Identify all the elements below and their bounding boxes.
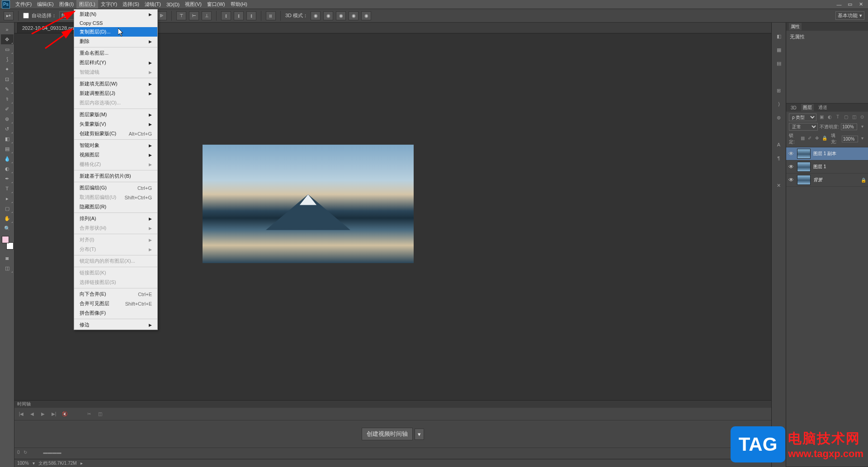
paths-panel-icon[interactable]: ✕ (774, 181, 783, 190)
blur-tool[interactable]: 💧 (1, 154, 14, 164)
menu-vector-mask[interactable]: 矢量蒙版(V)▶ (74, 119, 157, 129)
lock-image-icon[interactable]: ✐ (807, 136, 812, 142)
layer-item[interactable]: 👁 图层 1 副本 (786, 147, 868, 160)
3d-icon[interactable]: ◉ (336, 11, 346, 20)
menu-new-layer-based-slice[interactable]: 新建基于图层的切片(B) (74, 171, 157, 181)
color-swatches[interactable] (2, 236, 13, 247)
layer-thumbnail[interactable] (797, 175, 811, 185)
distribute-icon[interactable]: ⫿ (221, 11, 231, 20)
menu-edit[interactable]: 编辑(E) (34, 0, 57, 9)
lock-position-icon[interactable]: ✥ (814, 136, 820, 142)
align-top-icon[interactable]: ⊤ (176, 11, 186, 20)
distribute-icon[interactable]: ⫿ (234, 11, 244, 20)
menu-matting[interactable]: 修边▶ (74, 320, 157, 330)
opacity-input[interactable] (841, 123, 857, 130)
visibility-icon[interactable]: 👁 (788, 151, 794, 157)
layer-filter-type[interactable]: ρ 类型 (789, 113, 816, 121)
layer-name[interactable]: 图层 1 (813, 164, 866, 170)
menu-3d[interactable]: 3D(D) (164, 1, 182, 8)
filter-shape-icon[interactable]: ▢ (843, 114, 849, 121)
channels-tab[interactable]: 通道 (816, 104, 829, 111)
menu-video-layers[interactable]: 视频图层▶ (74, 150, 157, 160)
zoom-level[interactable]: 100% (17, 461, 29, 466)
align-bottom-icon[interactable]: ⊥ (202, 11, 212, 20)
tool-collapse[interactable]: » (1, 24, 14, 34)
menu-group-layers[interactable]: 图层编组(G)Ctrl+G (74, 183, 157, 193)
quick-mask-tool[interactable]: ◙ (1, 253, 14, 263)
lock-all-icon[interactable]: 🔒 (822, 136, 827, 142)
prev-frame-icon[interactable]: ◀ (29, 411, 35, 416)
chevron-down-icon[interactable]: ▾ (859, 124, 865, 130)
layer-name[interactable]: 图层 1 副本 (813, 151, 866, 157)
menu-filter[interactable]: 滤镜(T) (142, 0, 164, 9)
menu-new-adjustment-layer[interactable]: 新建调整图层(J)▶ (74, 89, 157, 98)
properties-tab[interactable]: 属性 (789, 23, 802, 30)
menu-layer-style[interactable]: 图层样式(Y)▶ (74, 58, 157, 67)
menu-flatten-image[interactable]: 拼合图像(F) (74, 308, 157, 318)
hand-tool[interactable]: ✋ (1, 213, 14, 223)
filter-pixel-icon[interactable]: ▣ (818, 114, 825, 121)
character-panel-icon[interactable]: A (774, 140, 783, 149)
menu-help[interactable]: 帮助(H) (228, 0, 250, 9)
align-middle-icon[interactable]: ⊢ (189, 11, 199, 20)
mute-icon[interactable]: 🔇 (61, 411, 68, 416)
menu-create-clipping-mask[interactable]: 创建剪贴蒙版(C)Alt+Ctrl+G (74, 129, 157, 138)
blend-mode-dropdown[interactable]: 正常 (789, 123, 818, 131)
3d-icon[interactable]: ◉ (349, 11, 359, 20)
restore-button[interactable]: ▭ (844, 1, 855, 8)
menu-view[interactable]: 视图(V) (182, 0, 204, 9)
align-right-icon[interactable]: ⫸ (157, 11, 167, 20)
layer-item[interactable]: 👁 图层 1 (786, 160, 868, 174)
menu-file[interactable]: 文件(F) (13, 0, 34, 9)
lasso-tool[interactable]: ⟆ (1, 54, 14, 64)
menu-copy-css[interactable]: Copy CSS (74, 19, 157, 27)
visibility-icon[interactable]: 👁 (788, 177, 794, 183)
path-selection-tool[interactable]: ▸ (1, 193, 14, 203)
foreground-color[interactable] (2, 236, 9, 243)
brushes-panel-icon[interactable]: ⟩ (774, 99, 783, 108)
menu-select[interactable]: 选择(S) (120, 0, 142, 9)
spot-healing-tool[interactable]: ⚕ (1, 94, 14, 104)
filter-smart-icon[interactable]: ◫ (851, 114, 857, 121)
layer-thumbnail[interactable] (797, 149, 811, 159)
3d-icon[interactable]: ◉ (323, 11, 333, 20)
filter-type-icon[interactable]: T (835, 114, 841, 121)
menu-smart-objects[interactable]: 智能对象▶ (74, 141, 157, 150)
history-brush-tool[interactable]: ↺ (1, 124, 14, 134)
magic-wand-tool[interactable]: ✦ (1, 64, 14, 74)
menu-new-fill-layer[interactable]: 新建填充图层(W)▶ (74, 79, 157, 89)
menu-merge-visible[interactable]: 合并可见图层Shift+Ctrl+E (74, 299, 157, 308)
layer-item[interactable]: 👁 背景 🔒 (786, 174, 868, 187)
minimize-button[interactable]: — (834, 1, 844, 8)
3d-tab[interactable]: 3D (789, 105, 798, 111)
type-tool[interactable]: T (1, 184, 14, 193)
timeline-tab[interactable]: 时间轴 (14, 401, 771, 408)
gradient-tool[interactable]: ▤ (1, 144, 14, 154)
brush-tool[interactable]: ✐ (1, 104, 14, 114)
crop-tool[interactable]: ⊡ (1, 74, 14, 84)
clone-panel-icon[interactable]: ⊛ (774, 113, 783, 122)
dodge-tool[interactable]: ◐ (1, 164, 14, 174)
adjustments-panel-icon[interactable]: ⊞ (774, 86, 783, 95)
lock-transparent-icon[interactable]: ▦ (800, 136, 805, 142)
menu-delete[interactable]: 删除▶ (74, 37, 157, 46)
menu-image[interactable]: 图像(I) (57, 0, 76, 9)
menu-window[interactable]: 窗口(W) (204, 0, 228, 9)
transition-icon[interactable]: ◫ (97, 411, 103, 416)
split-icon[interactable]: ✂ (86, 411, 92, 416)
menu-new-layer[interactable]: 新建(N)▶ (74, 9, 157, 19)
menu-hide-layers[interactable]: 隐藏图层(R) (74, 202, 157, 212)
first-frame-icon[interactable]: |◀ (18, 411, 24, 416)
visibility-icon[interactable]: 👁 (788, 164, 794, 170)
layer-name[interactable]: 背景 (813, 177, 858, 183)
move-tool[interactable]: ✥ (1, 34, 14, 44)
screen-mode-tool[interactable]: ◫ (1, 263, 14, 273)
fill-input[interactable] (842, 136, 858, 142)
current-tool-icon[interactable]: ▸+ (4, 11, 14, 20)
styles-panel-icon[interactable]: ▤ (774, 59, 783, 68)
filter-adjustment-icon[interactable]: ◐ (826, 114, 833, 121)
swatches-panel-icon[interactable]: ▦ (774, 45, 783, 54)
menu-type[interactable]: 文字(Y) (98, 0, 120, 9)
rectangle-tool[interactable]: ▢ (1, 203, 14, 213)
layer-thumbnail[interactable] (797, 162, 811, 172)
